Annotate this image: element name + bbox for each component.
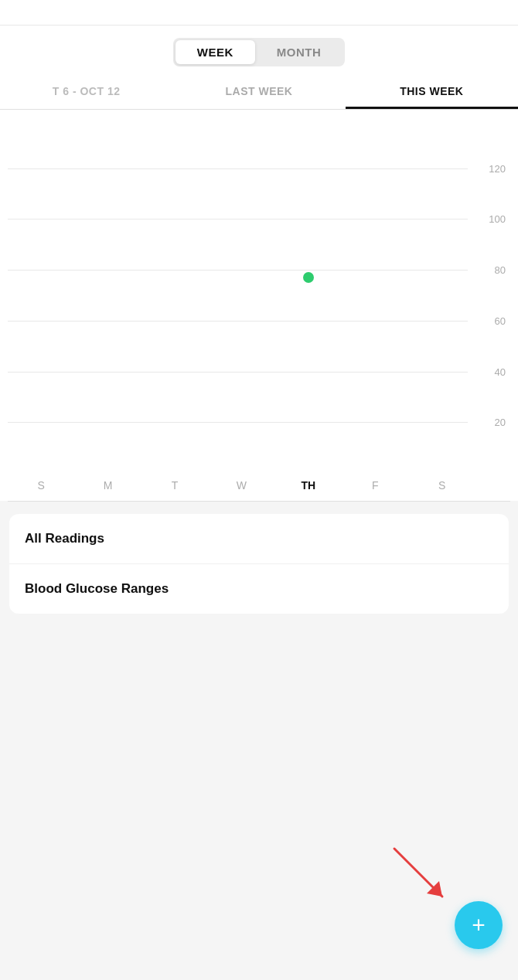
period-toggle: WEEK MONTH <box>173 38 346 66</box>
chart-container: 12010080604020 SMTWTHFS <box>0 110 518 501</box>
header <box>0 0 518 26</box>
week-tabs: T 6 - OCT 12 LAST WEEK THIS WEEK <box>0 74 518 110</box>
day-label-th: TH <box>275 479 342 492</box>
grid-line-100 <box>8 219 468 219</box>
day-label-f: F <box>342 479 408 492</box>
grid-label-40: 40 <box>495 366 506 377</box>
grid-line-80 <box>8 270 468 271</box>
period-toggle-wrap: WEEK MONTH <box>0 26 518 74</box>
period-month-button[interactable]: MONTH <box>255 40 343 64</box>
add-button[interactable]: + <box>455 901 503 949</box>
grid-line-60 <box>8 321 468 322</box>
grid-line-40 <box>8 372 468 373</box>
day-label-s: S <box>8 479 74 492</box>
menu-card: All Readings Blood Glucose Ranges <box>9 514 509 614</box>
grid-label-80: 80 <box>495 264 506 276</box>
tab-last-week[interactable]: LAST WEEK <box>172 74 345 109</box>
day-label-m: M <box>74 479 141 492</box>
tab-prev-prev[interactable]: T 6 - OCT 12 <box>0 74 172 109</box>
add-arrow-icon <box>387 841 456 910</box>
grid-label-20: 20 <box>495 417 506 428</box>
grid-line-120 <box>8 168 468 169</box>
blood-glucose-ranges-item[interactable]: Blood Glucose Ranges <box>9 564 509 614</box>
day-label-t: T <box>141 479 208 492</box>
tab-this-week[interactable]: THIS WEEK <box>346 74 518 109</box>
cards-section: All Readings Blood Glucose Ranges <box>0 502 518 692</box>
all-readings-item[interactable]: All Readings <box>9 514 509 564</box>
grid-label-60: 60 <box>495 315 506 326</box>
day-label-w: W <box>208 479 274 492</box>
grid-line-20 <box>8 422 468 423</box>
glucose-data-point[interactable] <box>303 272 314 283</box>
period-week-button[interactable]: WEEK <box>176 40 255 64</box>
grid-label-100: 100 <box>489 213 506 225</box>
fab-area: + <box>394 841 503 949</box>
grid-label-120: 120 <box>489 162 506 174</box>
chart-inner: 12010080604020 <box>0 117 510 473</box>
day-labels: SMTWTHFS <box>0 473 518 501</box>
day-label-s: S <box>409 479 475 492</box>
